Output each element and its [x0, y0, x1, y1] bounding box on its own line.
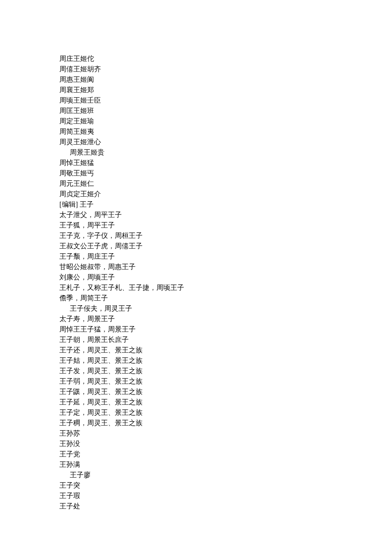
- text-line: 王子姑，周灵王、景王之族: [59, 355, 392, 366]
- text-line: 周灵王姬泄心: [59, 137, 392, 147]
- text-line: 周襄王姬郑: [59, 85, 392, 95]
- text-line: 周景王姬贵: [59, 147, 392, 158]
- text-line: 王子狐，周平王子: [59, 220, 392, 230]
- text-line: 王札子，又称王子札、王子捷，周顷王子: [59, 282, 392, 293]
- text-line: 王子颓，周庄王子: [59, 251, 392, 262]
- text-line: 王子还，周灵王、景王之族: [59, 345, 392, 355]
- text-line: 周悼王王子猛，周景王子: [59, 324, 392, 334]
- text-line: 王子廖: [59, 470, 392, 480]
- text-line: 王子突: [59, 480, 392, 491]
- text-line: 儋季，周简王子: [59, 293, 392, 303]
- text-line: 王叔文公王子虎，周僖王子: [59, 241, 392, 251]
- text-line: 王子处: [59, 501, 392, 511]
- text-line: 周僖王姬胡齐: [59, 64, 392, 74]
- text-line: 王子延，周灵王、景王之族: [59, 397, 392, 407]
- text-line: 王子克，字子仪，周桓王子: [59, 230, 392, 241]
- text-line: 周顷王姬壬臣: [59, 95, 392, 106]
- text-line: 刘康公，周顷王子: [59, 272, 392, 282]
- text-line: [编辑] 王子: [59, 199, 392, 210]
- text-line: 王子稠，周灵王、景王之族: [59, 418, 392, 428]
- text-line: 王子佞夫，周灵王子: [59, 303, 392, 314]
- document-page: 周庄王姬佗周僖王姬胡齐周惠王姬阆周襄王姬郑周顷王姬壬臣周匡王姬班周定王姬瑜周简王…: [0, 0, 392, 511]
- text-line: 王子朝，周景王长庶子: [59, 334, 392, 345]
- text-line: 周庄王姬佗: [59, 54, 392, 64]
- text-line: 周惠王姬阆: [59, 74, 392, 85]
- text-line: 周匡王姬班: [59, 106, 392, 116]
- text-line: 周简王姬夷: [59, 126, 392, 137]
- text-line: 太子寿，周景王子: [59, 314, 392, 324]
- text-line: 王子发，周灵王、景王之族: [59, 366, 392, 376]
- text-line: 周元王姬仁: [59, 178, 392, 189]
- text-line: 太子泄父，周平王子: [59, 210, 392, 220]
- text-line: 王子瑕: [59, 491, 392, 501]
- text-line: 周敬王姬丐: [59, 168, 392, 178]
- text-line: 周悼王姬猛: [59, 158, 392, 168]
- text-line: 王孙满: [59, 459, 392, 470]
- text-line: 王子定，周灵王、景王之族: [59, 407, 392, 418]
- text-line: 王子党: [59, 449, 392, 459]
- text-line: 王孙苏: [59, 428, 392, 439]
- text-line: 周定王姬瑜: [59, 116, 392, 126]
- text-line: 甘昭公姬叔带，周惠王子: [59, 262, 392, 272]
- text-line: 周贞定王姬介: [59, 189, 392, 199]
- text-line: 王子鼷，周灵王、景王之族: [59, 387, 392, 397]
- text-line: 王孙没: [59, 439, 392, 449]
- text-line: 王子弱，周灵王、景王之族: [59, 376, 392, 387]
